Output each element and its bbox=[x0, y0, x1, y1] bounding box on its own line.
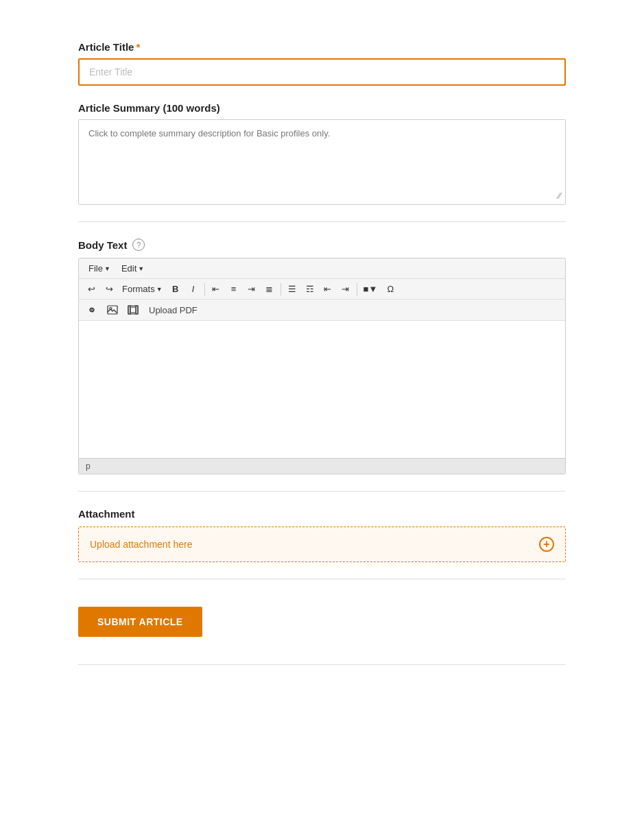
article-title-group: Article Title* bbox=[78, 41, 566, 86]
edit-menu-caret: ▼ bbox=[138, 265, 144, 272]
body-text-label-row: Body Text ? bbox=[78, 239, 566, 251]
attachment-label: Attachment bbox=[78, 508, 566, 520]
indent-button[interactable]: ⇥ bbox=[337, 282, 354, 296]
toolbar-sep-2 bbox=[281, 283, 281, 295]
divider-1 bbox=[78, 221, 566, 222]
align-center-button[interactable]: ≡ bbox=[226, 282, 242, 296]
editor-container: File ▼ Edit ▼ ↩ ↪ Formats ▼ B bbox=[78, 258, 566, 474]
svg-rect-4 bbox=[128, 306, 130, 314]
svg-rect-3 bbox=[130, 307, 136, 313]
body-text-label: Body Text bbox=[78, 239, 127, 251]
formats-dropdown-button[interactable]: Formats ▼ bbox=[119, 282, 166, 296]
redo-button[interactable]: ↪ bbox=[101, 282, 117, 296]
submit-article-button[interactable]: SUBMIT ARTICLE bbox=[78, 607, 202, 637]
required-star: * bbox=[136, 41, 140, 53]
list-ordered-button[interactable]: ☶ bbox=[302, 282, 318, 296]
omega-button[interactable]: Ω bbox=[382, 282, 398, 296]
submit-section: SUBMIT ARTICLE bbox=[78, 600, 566, 637]
file-menu-button[interactable]: File ▼ bbox=[84, 262, 115, 275]
divider-2 bbox=[78, 491, 566, 492]
article-title-input[interactable] bbox=[78, 58, 566, 86]
upload-pdf-button[interactable]: Upload PDF bbox=[145, 304, 202, 317]
article-summary-group: Article Summary (100 words) ∕∕ bbox=[78, 102, 566, 205]
editor-body[interactable] bbox=[79, 321, 565, 458]
svg-rect-0 bbox=[108, 306, 117, 314]
body-text-group: Body Text ? File ▼ Edit ▼ ↩ ↪ Format bbox=[78, 239, 566, 474]
divider-3 bbox=[78, 579, 566, 579]
upload-text: Upload attachment here bbox=[90, 539, 192, 550]
attachment-section: Attachment Upload attachment here + bbox=[78, 508, 566, 562]
editor-status-bar: p bbox=[79, 458, 565, 474]
toolbar-sep-3 bbox=[357, 283, 357, 295]
article-summary-label: Article Summary (100 words) bbox=[78, 102, 566, 114]
undo-button[interactable]: ↩ bbox=[83, 282, 99, 296]
svg-rect-5 bbox=[136, 306, 138, 314]
editor-toolbar-2: Upload PDF bbox=[79, 300, 565, 321]
list-unordered-button[interactable]: ☰ bbox=[284, 282, 300, 296]
resize-icon: ∕∕ bbox=[558, 191, 561, 200]
image-button[interactable] bbox=[104, 302, 121, 317]
upload-plus-icon: + bbox=[539, 537, 554, 552]
align-left-button[interactable]: ⇤ bbox=[208, 282, 224, 296]
editor-toolbar-1: ↩ ↪ Formats ▼ B I ⇤ ≡ ⇥ ≣ ☰ ☶ bbox=[79, 279, 565, 300]
table-button[interactable]: ■▼ bbox=[360, 282, 381, 296]
file-menu-caret: ▼ bbox=[104, 265, 110, 272]
toolbar-sep-1 bbox=[204, 283, 205, 295]
media-button[interactable] bbox=[124, 302, 142, 317]
help-icon[interactable]: ? bbox=[132, 239, 145, 251]
bold-button[interactable]: B bbox=[167, 282, 184, 296]
article-title-label: Article Title* bbox=[78, 41, 566, 53]
upload-area[interactable]: Upload attachment here + bbox=[78, 527, 566, 562]
align-right-button[interactable]: ⇥ bbox=[243, 282, 260, 296]
summary-textarea-wrapper: ∕∕ bbox=[78, 119, 566, 205]
formats-caret: ▼ bbox=[156, 286, 163, 293]
bottom-divider bbox=[78, 664, 566, 665]
justify-button[interactable]: ≣ bbox=[261, 282, 278, 296]
article-summary-textarea[interactable] bbox=[79, 120, 565, 202]
edit-menu-button[interactable]: Edit ▼ bbox=[117, 262, 148, 275]
outdent-button[interactable]: ⇤ bbox=[320, 282, 336, 296]
italic-button[interactable]: I bbox=[185, 282, 202, 296]
link-button[interactable] bbox=[83, 302, 101, 317]
page-wrapper: Article Title* Article Summary (100 word… bbox=[0, 0, 644, 706]
editor-menubar: File ▼ Edit ▼ bbox=[79, 258, 565, 279]
